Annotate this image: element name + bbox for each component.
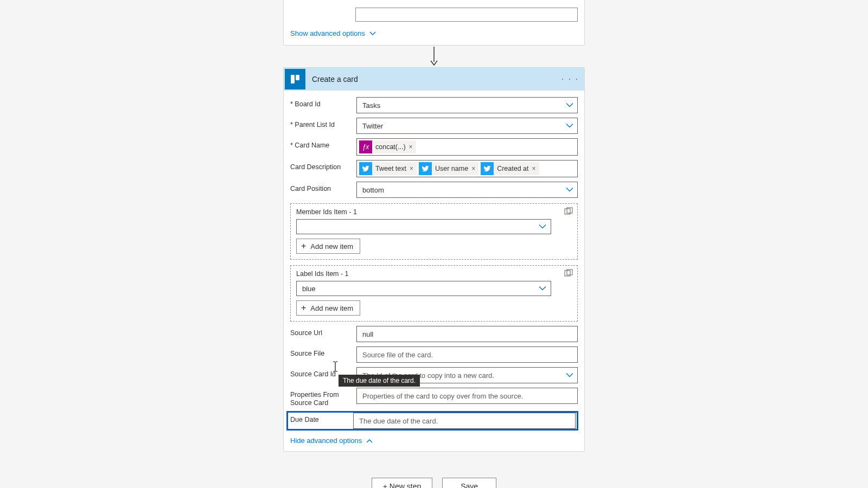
card-name-input[interactable]: ƒx concat(...) ×: [356, 138, 578, 156]
show-advanced-label: Show advanced options: [290, 29, 365, 37]
action-menu-button[interactable]: · · ·: [561, 74, 579, 84]
chevron-down-icon: [539, 224, 546, 229]
remove-token-icon[interactable]: ×: [409, 143, 413, 151]
card-description-label: Card Description: [290, 160, 352, 171]
plus-icon: +: [301, 242, 306, 251]
remove-token-icon[interactable]: ×: [471, 165, 475, 172]
member-ids-group: Member Ids Item - 1 + Add new item: [290, 203, 578, 260]
show-advanced-options-link[interactable]: Show advanced options: [290, 29, 376, 37]
add-member-item-button[interactable]: + Add new item: [296, 239, 360, 254]
parent-list-dropdown[interactable]: Twitter: [356, 118, 578, 134]
source-url-label: Source Url: [290, 326, 352, 337]
chevron-down-icon: [369, 31, 376, 36]
flow-arrow-connector: [429, 46, 439, 67]
card-name-label: Card Name: [290, 138, 352, 149]
source-file-label: Source File: [290, 346, 352, 357]
chevron-up-icon: [366, 436, 373, 445]
due-date-row-highlight: Due Date The due date of the card.: [287, 412, 578, 430]
dynamic-token-tweet-text[interactable]: Tweet text ×: [359, 162, 417, 175]
hide-advanced-label: Hide advanced options: [290, 436, 362, 445]
new-step-button[interactable]: + New step: [372, 478, 432, 488]
remove-token-icon[interactable]: ×: [410, 165, 413, 172]
card-description-input[interactable]: Tweet text × User name × Created at ×: [356, 160, 578, 177]
dynamic-token-created-at[interactable]: Created at ×: [481, 162, 539, 175]
svg-rect-3: [296, 75, 299, 80]
create-card-action: Create a card · · · Board Id Tasks Paren…: [283, 67, 585, 452]
previous-action-card: Show advanced options: [283, 0, 585, 46]
props-source-label: Properties From Source Card: [290, 388, 352, 407]
parent-list-label: Parent List Id: [290, 118, 352, 129]
dynamic-token-user-name[interactable]: User name ×: [419, 162, 478, 175]
label-ids-label: Label Ids Item - 1: [296, 270, 572, 278]
expression-token[interactable]: ƒx concat(...) ×: [359, 140, 416, 153]
card-position-dropdown[interactable]: bottom: [356, 182, 578, 198]
props-source-input[interactable]: Properties of the card to copy over from…: [356, 388, 578, 404]
plus-icon: +: [301, 304, 306, 312]
trello-icon: [285, 69, 305, 89]
member-ids-label: Member Ids Item - 1: [296, 208, 572, 216]
source-file-input[interactable]: Source file of the card.: [356, 346, 578, 363]
previous-action-input[interactable]: [355, 8, 578, 22]
array-mode-toggle-icon[interactable]: [564, 207, 573, 217]
save-button[interactable]: Save: [442, 478, 496, 488]
remove-token-icon[interactable]: ×: [532, 165, 536, 172]
hide-advanced-options-link[interactable]: Hide advanced options: [290, 436, 373, 445]
designer-footer: + New step Save: [372, 478, 496, 488]
action-title: Create a card: [312, 75, 358, 84]
svg-rect-2: [291, 75, 295, 84]
label-id-dropdown[interactable]: blue: [296, 281, 551, 296]
member-id-dropdown[interactable]: [296, 219, 551, 234]
board-id-dropdown[interactable]: Tasks: [356, 97, 578, 113]
twitter-icon: [359, 162, 372, 175]
due-date-label: Due Date: [287, 413, 349, 423]
source-url-input[interactable]: null: [356, 326, 578, 342]
due-date-input[interactable]: The due date of the card.: [353, 413, 576, 429]
add-label-item-button[interactable]: + Add new item: [296, 300, 360, 316]
fx-icon: ƒx: [359, 140, 372, 153]
board-id-label: Board Id: [290, 97, 352, 108]
chevron-down-icon: [539, 286, 546, 291]
card-position-label: Card Position: [290, 182, 352, 192]
action-header[interactable]: Create a card · · ·: [284, 68, 584, 91]
twitter-icon: [481, 162, 494, 175]
twitter-icon: [419, 162, 432, 175]
label-ids-group: Label Ids Item - 1 blue + Add new item: [290, 265, 578, 322]
due-date-tooltip: The due date of the card.: [339, 375, 420, 387]
array-mode-toggle-icon[interactable]: [564, 269, 573, 279]
